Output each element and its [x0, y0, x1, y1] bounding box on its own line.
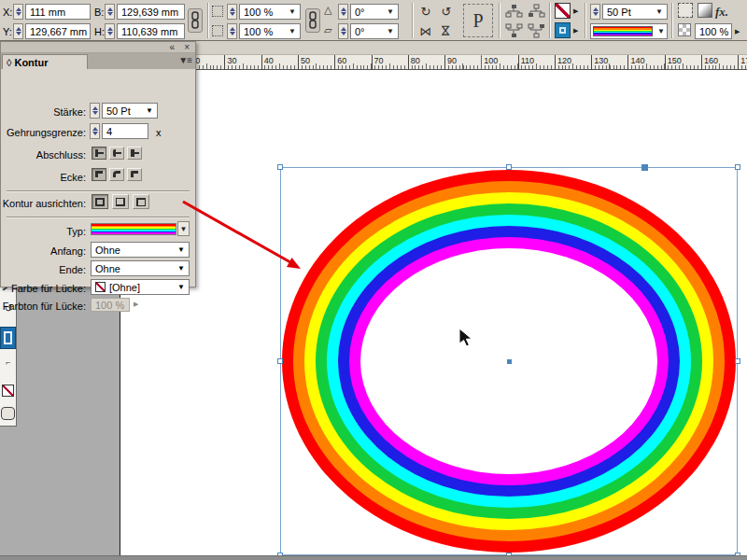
shear-select[interactable]: 0°▼: [350, 23, 399, 39]
round-join-icon: [113, 171, 121, 178]
panel-collapse-icon[interactable]: «: [169, 42, 175, 52]
select-next-object-icon[interactable]: [527, 23, 545, 38]
panel-menu-icon[interactable]: ▼≡: [178, 55, 191, 65]
dropdown-arrow-icon: ▼: [146, 106, 153, 115]
cap-projecting-button[interactable]: [127, 147, 142, 160]
stroke-flyout-arrow-icon[interactable]: ▶: [573, 27, 578, 35]
rotation-stepper[interactable]: [338, 4, 348, 20]
select-content-icon[interactable]: [504, 23, 523, 38]
ecke-label: Ecke:: [1, 172, 86, 183]
align-stroke-outside-button[interactable]: [133, 194, 149, 209]
stroke-type-select[interactable]: ▼: [590, 23, 668, 39]
corner-options-icon[interactable]: [678, 3, 693, 18]
x-stepper[interactable]: [13, 4, 23, 20]
opacity-flyout-arrow-icon[interactable]: ▶: [735, 28, 740, 35]
align-center-icon: [95, 198, 105, 206]
staerke-stepper[interactable]: [90, 103, 100, 119]
flip-vertical-button[interactable]: ⋈: [438, 22, 455, 39]
drop-shadow-icon[interactable]: [698, 3, 712, 18]
panel-toggle-icon[interactable]: ◊: [7, 57, 11, 68]
selection-handle-top-left[interactable]: [277, 164, 283, 170]
scale-x-stepper[interactable]: [227, 4, 237, 20]
anfang-select[interactable]: Ohne▼: [91, 242, 190, 258]
reference-point-proxy[interactable]: P: [463, 4, 493, 37]
join-miter-button[interactable]: [92, 168, 106, 181]
height-input[interactable]: 110,639 mm: [117, 23, 185, 39]
shear-angle-icon: ▱: [324, 24, 331, 36]
stroke-type-preview[interactable]: [91, 223, 176, 235]
select-container-icon[interactable]: [504, 4, 523, 19]
cap-round-button[interactable]: [109, 147, 124, 160]
shear-stepper[interactable]: [338, 23, 348, 39]
flip-horizontal-button[interactable]: ⋈: [417, 22, 434, 39]
x-position-input[interactable]: 111 mm: [25, 4, 91, 20]
stroke-weight-stepper[interactable]: [590, 4, 600, 20]
stroke-type-rainbow-preview: [593, 26, 653, 36]
constrain-scale-chain-icon[interactable]: [305, 8, 320, 33]
window-bottom-edge: [0, 555, 747, 560]
selection-handle-middle-right[interactable]: [735, 358, 740, 364]
rotation-angle-icon: △: [324, 4, 331, 16]
cap-butt-button[interactable]: [92, 147, 106, 160]
panel-title-bar[interactable]: « ×: [1, 42, 195, 53]
dropdown-arrow-icon: ▼: [387, 7, 394, 16]
opacity-input[interactable]: 100 %: [695, 23, 732, 39]
rotate-ccw-button[interactable]: ↺: [438, 3, 455, 20]
stroke-type-dropdown-arrow[interactable]: ▼: [177, 221, 190, 236]
tab-kontur[interactable]: ◊ Kontur: [2, 54, 88, 69]
normal-view-mode-button[interactable]: [1, 407, 15, 420]
farbe-luecke-select[interactable]: [Ohne] ▼: [91, 279, 190, 295]
width-input[interactable]: 129,639 mm: [117, 4, 185, 20]
selection-handle-top-center[interactable]: [506, 164, 512, 170]
align-stroke-center-button[interactable]: [92, 194, 108, 209]
scale-y-select[interactable]: 100 %▼: [239, 23, 301, 39]
selection-handle-top-right[interactable]: [735, 164, 740, 170]
staerke-select[interactable]: 50 Pt▼: [102, 103, 158, 119]
select-previous-object-icon[interactable]: [527, 4, 545, 19]
ende-select[interactable]: Ohne▼: [91, 260, 190, 276]
gehrungsgrenze-stepper[interactable]: [90, 123, 100, 139]
stroke-none-swatch-icon[interactable]: [2, 385, 14, 397]
rotate-cw-button[interactable]: ↻: [417, 3, 434, 20]
y-position-input[interactable]: 129,667 mm: [25, 23, 91, 39]
selection-anchor-solid[interactable]: [641, 164, 648, 171]
join-bevel-button[interactable]: [127, 168, 142, 181]
bevel-join-icon: [131, 171, 139, 178]
round-cap-icon: [113, 149, 121, 157]
ruler-major-tick: 120: [555, 55, 556, 71]
fill-flyout-arrow-icon[interactable]: ▶: [573, 7, 578, 15]
y-stepper[interactable]: [13, 23, 23, 39]
height-stepper[interactable]: [105, 23, 115, 39]
toolbar-separator: [207, 3, 208, 38]
panel-separator: [7, 217, 190, 217]
y-field-label: Y:: [3, 26, 12, 37]
ruler-major-tick: 90: [444, 55, 445, 71]
ruler-major-tick: 60: [334, 55, 335, 71]
rotation-select[interactable]: 0°▼: [350, 4, 399, 20]
ruler-major-tick: 170: [738, 55, 739, 71]
stroke-weight-select[interactable]: 50 Pt▼: [602, 4, 668, 20]
constrain-dimensions-chain-icon[interactable]: [188, 8, 203, 33]
object-center-point[interactable]: [507, 359, 512, 364]
align-stroke-inside-button[interactable]: [112, 194, 129, 209]
join-round-button[interactable]: [109, 168, 124, 181]
staerke-label: Stärke:: [1, 106, 86, 118]
stroke-color-swatch[interactable]: [555, 22, 571, 38]
farbton-flyout-arrow-icon: ▶: [134, 301, 138, 308]
gehrungsgrenze-input[interactable]: 4: [102, 123, 148, 139]
toolbar-separator: [499, 3, 500, 38]
scale-x-select[interactable]: 100 %▼: [239, 4, 301, 20]
scale-x-icon: [212, 6, 223, 17]
width-stepper[interactable]: [105, 4, 115, 20]
dropdown-arrow-icon: ▼: [387, 27, 394, 35]
effects-fx-button[interactable]: fx.: [715, 5, 728, 20]
x-field-label: X:: [3, 7, 12, 18]
panel-close-icon[interactable]: ×: [184, 42, 190, 52]
selection-handle-middle-left[interactable]: [277, 358, 283, 364]
active-frame-tool[interactable]: [0, 327, 16, 349]
ruler-major-tick: 30: [224, 55, 225, 71]
transparency-checker-icon[interactable]: [678, 23, 691, 36]
fill-color-none-swatch[interactable]: [555, 3, 571, 19]
dropdown-arrow-icon: ▼: [657, 27, 665, 35]
scale-y-stepper[interactable]: [227, 23, 237, 39]
